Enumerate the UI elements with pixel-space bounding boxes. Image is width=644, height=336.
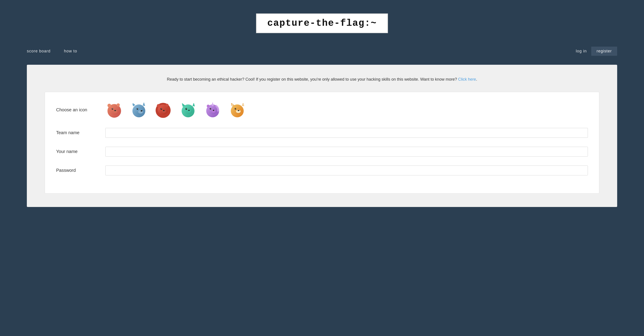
svg-marker-10 (132, 102, 135, 106)
nav-register-button[interactable]: register (591, 47, 617, 56)
svg-point-13 (141, 110, 142, 111)
nav-log-in[interactable]: log in (576, 49, 587, 54)
svg-marker-34 (212, 102, 214, 106)
main-content: Ready to start becoming an ethical hacke… (27, 65, 617, 207)
logo-box: capture-the-flag:~ (256, 14, 388, 33)
svg-point-21 (163, 110, 164, 111)
svg-point-37 (213, 110, 214, 111)
click-here-link[interactable]: Click here (458, 77, 476, 82)
svg-point-15 (137, 108, 138, 109)
svg-point-2 (108, 104, 111, 107)
team-name-row: Team name (56, 128, 588, 138)
icon-cat[interactable] (179, 101, 197, 119)
svg-point-49 (236, 108, 236, 109)
intro-period: . (476, 77, 477, 82)
svg-point-41 (232, 105, 242, 114)
icon-lion[interactable] (154, 101, 172, 119)
icon-unicorn[interactable] (204, 101, 222, 119)
svg-point-5 (114, 110, 116, 111)
svg-point-39 (210, 108, 211, 109)
password-input[interactable] (105, 165, 588, 176)
nav-left: score board how to (27, 49, 77, 54)
svg-point-35 (207, 105, 210, 107)
svg-point-3 (116, 103, 120, 106)
svg-marker-27 (192, 102, 195, 106)
intro-text-before-link: Ready to start becoming an ethical hacke… (167, 77, 457, 82)
svg-marker-11 (143, 102, 145, 106)
svg-point-25 (183, 105, 193, 114)
your-name-input[interactable] (105, 147, 588, 156)
nav-score-board[interactable]: score board (27, 49, 50, 54)
registration-form: Choose an icon (45, 92, 599, 194)
icon-fox[interactable] (228, 101, 246, 119)
svg-point-9 (134, 105, 144, 115)
nav-how-to[interactable]: how to (64, 49, 77, 54)
svg-point-31 (186, 108, 187, 109)
svg-point-47 (238, 110, 240, 111)
svg-point-23 (161, 108, 162, 109)
icon-options (105, 101, 588, 119)
intro-paragraph: Ready to start becoming an ethical hacke… (27, 76, 617, 83)
password-label: Password (56, 168, 105, 173)
password-row: Password (56, 165, 588, 176)
your-name-row: Your name (56, 147, 588, 156)
nav-right: log in register (576, 47, 617, 56)
main-nav: score board how to log in register (0, 47, 644, 56)
logo-text: capture-the-flag:~ (267, 18, 377, 29)
team-name-input[interactable] (105, 128, 588, 138)
your-name-label: Your name (56, 149, 105, 154)
page-header: capture-the-flag:~ score board how to lo… (0, 0, 644, 65)
svg-point-12 (138, 110, 143, 114)
svg-point-19 (166, 104, 168, 107)
choose-icon-label: Choose an icon (56, 107, 105, 112)
team-name-label: Team name (56, 130, 105, 135)
svg-point-29 (188, 110, 190, 111)
icon-wolf[interactable] (130, 101, 148, 119)
svg-point-18 (157, 104, 160, 107)
icon-selection-row: Choose an icon (56, 101, 588, 119)
svg-point-7 (112, 108, 113, 109)
icon-bear[interactable] (105, 101, 123, 119)
